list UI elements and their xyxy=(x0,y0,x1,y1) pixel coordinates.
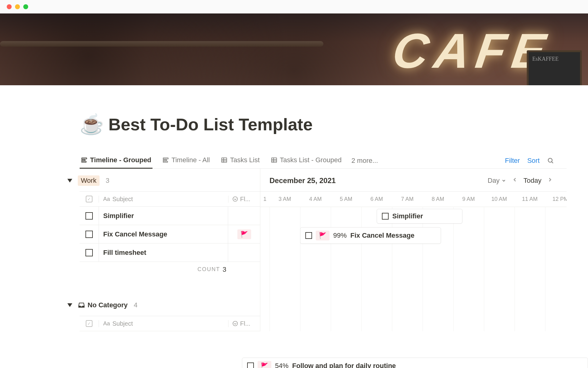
flag-icon: 🚩 xyxy=(319,232,326,239)
inbox-icon xyxy=(78,301,85,309)
minimize-window-button[interactable] xyxy=(15,4,20,9)
task-flag-cell[interactable]: 🚩 xyxy=(228,225,260,243)
tab-label: Tasks List xyxy=(230,156,260,164)
sort-button[interactable]: Sort xyxy=(527,157,540,165)
group-header-no-category[interactable]: No Category 4 xyxy=(67,293,260,316)
column-checkbox[interactable]: ✓ xyxy=(80,320,99,327)
maximize-window-button[interactable] xyxy=(23,4,28,9)
timeline-card-peek[interactable]: 🚩 54% Follow and plan for daily routine xyxy=(242,358,588,368)
hour-label: 11 AM xyxy=(514,196,545,202)
timeline-body[interactable]: Simplifier 🚩 99% Fix Cancel Message xyxy=(260,207,567,299)
chevron-down-icon xyxy=(501,178,506,183)
tab-label: Tasks List - Grouped xyxy=(280,156,342,164)
group-tag-no-category[interactable]: No Category xyxy=(78,300,128,310)
task-checkbox-cell xyxy=(80,249,99,256)
card-percentage: 99% xyxy=(333,232,347,240)
task-subject[interactable]: Fix Cancel Message xyxy=(99,225,228,243)
task-subject[interactable]: Simplifier xyxy=(99,207,228,225)
group-header-work[interactable]: Work 3 xyxy=(67,169,260,191)
group-count: 3 xyxy=(106,177,109,185)
hour-labels-row: 1 3 AM 4 AM 5 AM 6 AM 7 AM 8 AM 9 AM 10 … xyxy=(260,192,567,207)
timeline-card-fix-cancel-message[interactable]: 🚩 99% Fix Cancel Message xyxy=(300,227,441,244)
svg-rect-4 xyxy=(163,159,167,161)
timeline-icon xyxy=(81,157,88,163)
task-subject[interactable]: Fill timesheet xyxy=(99,243,228,262)
checkbox[interactable] xyxy=(85,212,93,220)
checkbox-header-icon: ✓ xyxy=(86,320,92,327)
tab-timeline-all[interactable]: Timeline - All xyxy=(161,153,211,168)
filter-button[interactable]: Filter xyxy=(505,157,520,165)
task-row[interactable]: Simplifier xyxy=(80,207,260,225)
column-subject[interactable]: Aa Subject xyxy=(99,196,228,203)
close-window-button[interactable] xyxy=(7,4,12,9)
column-flag[interactable]: Fl... xyxy=(228,320,260,327)
collapse-toggle-icon[interactable] xyxy=(67,179,72,182)
group-tag-work[interactable]: Work xyxy=(78,175,100,186)
timeline-pane: December 25, 2021 Day Today xyxy=(260,169,567,331)
search-icon[interactable] xyxy=(547,157,554,164)
page-cover-image[interactable]: CAFE EsKAFFEE xyxy=(0,13,588,85)
svg-rect-3 xyxy=(163,158,168,159)
column-subject-label: Subject xyxy=(112,320,133,327)
column-subject-label: Subject xyxy=(112,196,133,203)
checkbox-header-icon: ✓ xyxy=(86,196,92,202)
select-property-icon xyxy=(232,320,238,327)
checkbox[interactable] xyxy=(85,231,93,238)
task-checkbox-cell xyxy=(80,231,99,238)
next-period-button[interactable] xyxy=(546,175,554,186)
today-button[interactable]: Today xyxy=(523,177,541,185)
timeline-date[interactable]: December 25, 2021 xyxy=(270,176,336,185)
hour-label: 6 AM xyxy=(361,196,392,202)
column-flag-label: Fl... xyxy=(240,196,250,203)
svg-rect-5 xyxy=(163,161,168,163)
task-list-pane: Work 3 ✓ Aa Subject Fl... xyxy=(80,169,260,331)
select-property-icon xyxy=(232,196,238,202)
task-flag-cell[interactable] xyxy=(228,243,260,262)
timeline-header: December 25, 2021 Day Today xyxy=(260,169,567,191)
column-flag[interactable]: Fl... xyxy=(228,196,260,203)
chevron-left-icon xyxy=(512,177,518,183)
window-titlebar xyxy=(0,0,588,13)
svg-point-16 xyxy=(233,197,238,201)
column-subject[interactable]: Aa Subject xyxy=(99,320,228,327)
task-row[interactable]: Fix Cancel Message 🚩 xyxy=(80,225,260,243)
svg-rect-10 xyxy=(272,158,277,163)
view-tab-bar: Timeline - Grouped Timeline - All Tasks … xyxy=(80,153,567,169)
hour-label: 3 AM xyxy=(270,196,300,202)
count-label: COUNT xyxy=(198,266,220,273)
hour-label: 10 AM xyxy=(484,196,514,202)
timeline-icon xyxy=(162,157,169,163)
checkbox[interactable] xyxy=(247,362,254,368)
timeline-grid[interactable]: 1 3 AM 4 AM 5 AM 6 AM 7 AM 8 AM 9 AM 10 … xyxy=(260,191,567,299)
column-checkbox[interactable]: ✓ xyxy=(80,196,99,202)
table-icon xyxy=(221,157,228,163)
page-header: ☕ Best To-Do List Template xyxy=(80,113,567,136)
collapse-toggle-icon[interactable] xyxy=(67,303,72,307)
svg-rect-2 xyxy=(82,161,86,163)
timeline-card-simplifier[interactable]: Simplifier xyxy=(377,209,462,224)
tab-tasks-list[interactable]: Tasks List xyxy=(220,153,261,168)
tabs-more[interactable]: 2 more... xyxy=(352,157,378,165)
tab-label: Timeline - All xyxy=(172,156,210,164)
text-property-icon: Aa xyxy=(103,320,110,327)
task-flag-cell[interactable] xyxy=(228,207,260,225)
checkbox[interactable] xyxy=(85,249,93,256)
task-checkbox-cell xyxy=(80,212,99,220)
chalkboard-text: EsKAFFEE xyxy=(529,52,580,66)
checkbox[interactable] xyxy=(382,213,389,220)
task-row[interactable]: Fill timesheet xyxy=(80,243,260,262)
tab-timeline-grouped[interactable]: Timeline - Grouped xyxy=(80,153,153,168)
page-icon[interactable]: ☕ xyxy=(80,113,104,136)
flag-chip: 🚩 xyxy=(258,361,271,368)
prev-period-button[interactable] xyxy=(511,175,519,186)
tab-label: Timeline - Grouped xyxy=(90,156,151,164)
hour-label: 5 AM xyxy=(331,196,361,202)
page-title[interactable]: Best To-Do List Template xyxy=(108,114,313,134)
flag-icon: 🚩 xyxy=(261,362,268,368)
granularity-select[interactable]: Day xyxy=(488,177,506,185)
table-icon xyxy=(271,157,277,163)
column-flag-label: Fl... xyxy=(240,320,250,327)
view-actions: Filter Sort xyxy=(505,157,567,165)
checkbox[interactable] xyxy=(305,232,312,239)
tab-tasks-list-grouped[interactable]: Tasks List - Grouped xyxy=(270,153,343,168)
